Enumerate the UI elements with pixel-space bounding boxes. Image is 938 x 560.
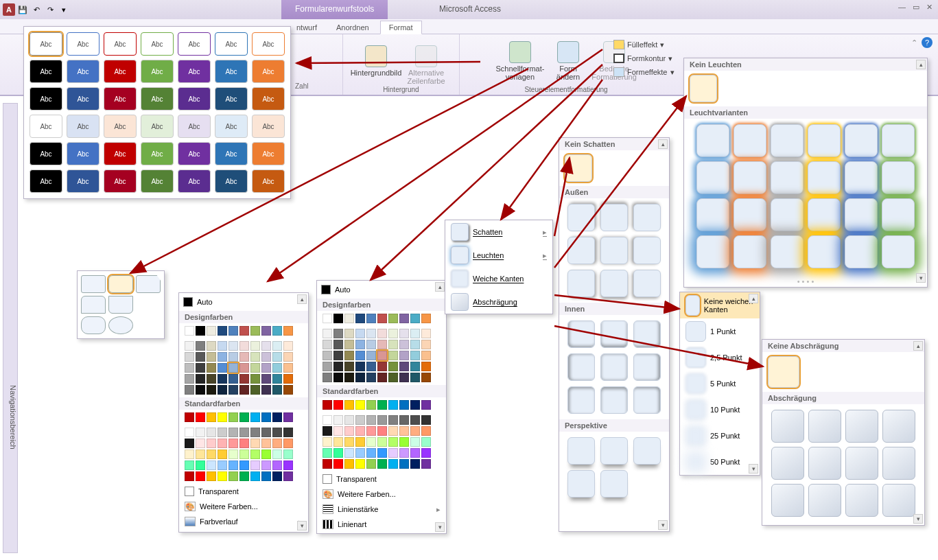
color-swatch[interactable] — [399, 415, 409, 425]
color-swatch[interactable] — [261, 374, 271, 384]
transparent-row[interactable]: Transparent — [179, 484, 308, 499]
scroll-down-icon[interactable]: ▾ — [913, 514, 923, 524]
glow-thumb[interactable] — [771, 198, 804, 231]
color-swatch[interactable] — [421, 437, 431, 447]
style-swatch[interactable]: Abc — [178, 170, 211, 193]
color-swatch[interactable] — [333, 415, 343, 425]
color-swatch[interactable] — [377, 459, 387, 469]
color-swatch[interactable] — [239, 428, 249, 437]
glow-thumb[interactable] — [771, 235, 804, 268]
style-swatch[interactable]: Abc — [67, 115, 99, 138]
color-swatch[interactable] — [250, 363, 260, 373]
color-swatch[interactable] — [344, 340, 354, 349]
color-swatch[interactable] — [421, 400, 431, 410]
scroll-up-icon[interactable]: ▴ — [749, 294, 758, 303]
color-swatch[interactable] — [250, 439, 260, 448]
color-swatch[interactable] — [185, 471, 194, 481]
color-swatch[interactable] — [196, 341, 205, 351]
color-swatch[interactable] — [355, 426, 365, 436]
color-swatch[interactable] — [272, 374, 282, 384]
color-swatch[interactable] — [196, 439, 205, 448]
color-swatch[interactable] — [196, 428, 205, 437]
style-swatch[interactable]: Abc — [104, 115, 137, 138]
color-swatch[interactable] — [323, 373, 332, 382]
color-swatch[interactable] — [196, 363, 205, 373]
glow-thumb[interactable] — [771, 124, 804, 157]
color-swatch[interactable] — [185, 385, 194, 395]
color-swatch[interactable] — [228, 450, 238, 459]
color-swatch[interactable] — [388, 362, 398, 371]
style-swatch[interactable]: Abc — [215, 142, 248, 165]
glow-thumb[interactable] — [882, 235, 915, 268]
glow-thumb[interactable] — [734, 124, 766, 157]
color-swatch[interactable] — [355, 373, 365, 382]
style-swatch[interactable]: Abc — [104, 60, 137, 83]
color-swatch[interactable] — [283, 450, 293, 459]
style-swatch[interactable]: Abc — [141, 115, 174, 138]
color-swatch[interactable] — [410, 329, 420, 338]
color-swatch[interactable] — [399, 373, 409, 382]
color-swatch[interactable] — [196, 326, 205, 336]
soft-1pt[interactable]: 1 Punkt — [680, 318, 760, 345]
maximize-icon[interactable]: ▭ — [913, 3, 919, 12]
color-swatch[interactable] — [261, 428, 271, 437]
color-swatch[interactable] — [207, 450, 216, 459]
color-swatch[interactable] — [250, 460, 260, 470]
style-swatch[interactable]: Abc — [141, 170, 174, 193]
undo-icon[interactable]: ↶ — [30, 3, 43, 16]
color-swatch[interactable] — [239, 326, 249, 336]
color-swatch[interactable] — [388, 426, 398, 436]
color-swatch[interactable] — [250, 412, 260, 422]
color-swatch[interactable] — [366, 448, 376, 458]
style-swatch[interactable]: Abc — [30, 170, 62, 193]
color-swatch[interactable] — [323, 314, 332, 323]
color-swatch[interactable] — [196, 385, 205, 395]
color-swatch[interactable] — [388, 340, 398, 349]
color-swatch[interactable] — [218, 412, 227, 422]
style-swatch[interactable]: Abc — [30, 142, 62, 165]
qat-dropdown-icon[interactable]: ▾ — [58, 3, 70, 16]
color-swatch[interactable] — [377, 314, 387, 323]
glow-thumb[interactable] — [845, 235, 878, 268]
color-swatch[interactable] — [218, 460, 227, 470]
color-swatch[interactable] — [388, 351, 398, 360]
color-swatch[interactable] — [250, 374, 260, 384]
background-image-button[interactable]: Hintergrundbild — [352, 37, 400, 85]
color-swatch[interactable] — [185, 412, 194, 422]
line-style-row[interactable]: Linienart▸ — [317, 517, 446, 532]
color-swatch[interactable] — [283, 341, 293, 351]
color-swatch[interactable] — [239, 385, 249, 395]
shadow-thumb[interactable] — [633, 386, 661, 414]
color-swatch[interactable] — [196, 352, 205, 362]
color-swatch[interactable] — [410, 448, 420, 458]
gradient-row[interactable]: Farbverlauf▸ — [179, 514, 308, 529]
color-swatch[interactable] — [323, 426, 332, 436]
color-swatch[interactable] — [228, 374, 238, 384]
bevel-thumb[interactable] — [808, 410, 841, 443]
color-swatch[interactable] — [333, 459, 343, 469]
color-swatch[interactable] — [355, 400, 365, 410]
color-swatch[interactable] — [388, 373, 398, 382]
soft-10pt[interactable]: 10 Punkt — [680, 397, 760, 423]
style-swatch[interactable]: Abc — [104, 32, 137, 56]
color-swatch[interactable] — [410, 400, 420, 410]
color-swatch[interactable] — [366, 373, 376, 382]
color-swatch[interactable] — [355, 459, 365, 469]
soft-none[interactable]: Keine weichen Kanten — [680, 292, 760, 318]
scroll-up-icon[interactable]: ▴ — [435, 282, 445, 292]
color-swatch[interactable] — [218, 363, 227, 373]
style-swatch[interactable]: Abc — [104, 87, 137, 110]
color-swatch[interactable] — [228, 428, 238, 437]
style-swatch[interactable]: Abc — [67, 32, 99, 56]
color-swatch[interactable] — [399, 351, 409, 360]
color-swatch[interactable] — [366, 362, 376, 371]
color-swatch[interactable] — [239, 460, 249, 470]
color-swatch[interactable] — [355, 362, 365, 371]
color-swatch[interactable] — [207, 385, 216, 395]
color-swatch[interactable] — [333, 373, 343, 382]
color-swatch[interactable] — [355, 448, 365, 458]
color-swatch[interactable] — [323, 437, 332, 447]
color-swatch[interactable] — [283, 471, 293, 481]
color-swatch[interactable] — [333, 400, 343, 410]
color-swatch[interactable] — [239, 450, 249, 459]
